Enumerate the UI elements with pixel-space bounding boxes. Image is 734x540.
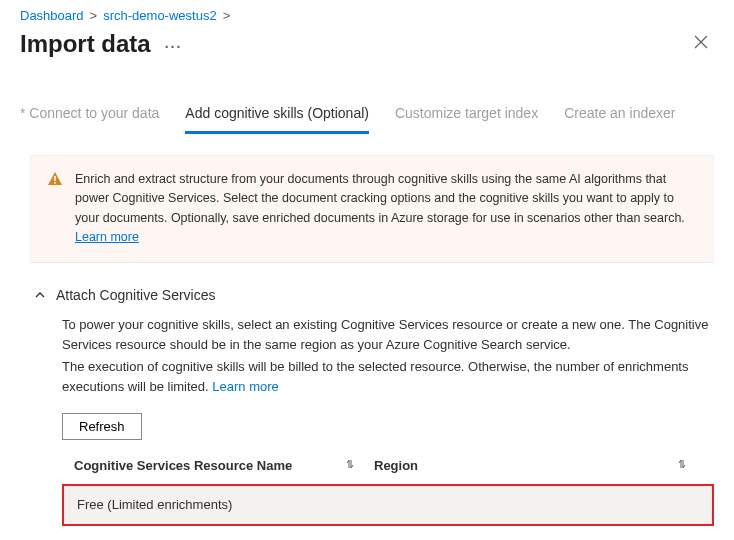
section-description-2: The execution of cognitive skills will b… — [62, 359, 688, 394]
section-learn-more-link[interactable]: Learn more — [212, 379, 278, 394]
info-text: Enrich and extract structure from your d… — [75, 172, 685, 225]
create-resource-link[interactable]: Create new Cognitive Services resource — [62, 536, 306, 540]
breadcrumb: Dashboard > srch-demo-westus2 > — [0, 0, 734, 27]
sort-icon[interactable] — [676, 456, 688, 476]
page-title: Import data — [20, 30, 151, 58]
section-title: Attach Cognitive Services — [56, 287, 216, 303]
breadcrumb-dashboard[interactable]: Dashboard — [20, 8, 84, 23]
refresh-button[interactable]: Refresh — [62, 413, 142, 440]
close-icon — [694, 35, 708, 49]
svg-rect-0 — [54, 176, 56, 181]
tab-target-index[interactable]: Customize target index — [395, 105, 538, 134]
svg-rect-1 — [54, 182, 56, 184]
close-button[interactable] — [688, 29, 714, 59]
resource-name-cell: Free (Limited enrichments) — [77, 497, 232, 512]
chevron-up-icon — [34, 289, 46, 301]
tab-cognitive-skills[interactable]: Add cognitive skills (Optional) — [185, 105, 369, 134]
tab-connect-data[interactable]: Connect to your data — [20, 105, 159, 134]
breadcrumb-separator: > — [223, 8, 231, 23]
table-row[interactable]: Free (Limited enrichments) — [64, 486, 712, 524]
column-resource-name: Cognitive Services Resource Name — [74, 456, 292, 476]
sort-icon[interactable] — [344, 456, 356, 476]
wizard-tabs: Connect to your data Add cognitive skill… — [0, 77, 734, 135]
section-description-1: To power your cognitive skills, select a… — [62, 315, 714, 355]
highlighted-selection: Free (Limited enrichments) — [62, 484, 714, 526]
resource-table-header: Cognitive Services Resource Name Region — [62, 450, 714, 482]
tab-create-indexer[interactable]: Create an indexer — [564, 105, 675, 134]
column-region: Region — [374, 456, 418, 476]
breadcrumb-service[interactable]: srch-demo-westus2 — [103, 8, 216, 23]
warning-icon — [47, 171, 63, 248]
breadcrumb-separator: > — [90, 8, 98, 23]
more-icon[interactable]: ··· — [165, 39, 183, 55]
info-banner: Enrich and extract structure from your d… — [30, 155, 714, 263]
section-attach-cognitive[interactable]: Attach Cognitive Services — [34, 287, 714, 303]
info-learn-more-link[interactable]: Learn more — [75, 230, 139, 244]
